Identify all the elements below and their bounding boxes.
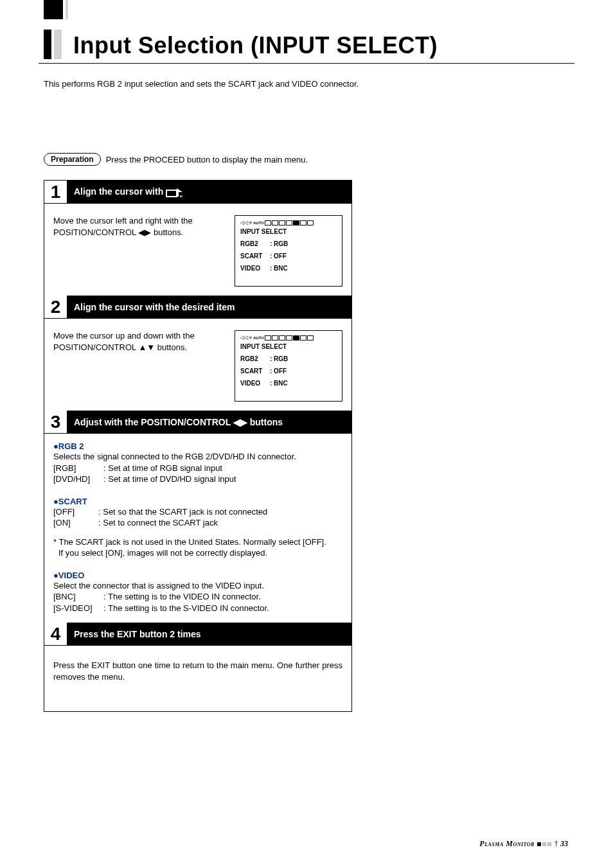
footer-product: Plasma Monitor: [479, 839, 535, 848]
step-4-number: 4: [51, 624, 61, 644]
scart-opt2-val: : Set to connect the SCART jack: [98, 517, 218, 529]
osd-panel-2: ◁◁✳AUTO INPUT SELECT RGB2: RGB SCART: OF…: [235, 330, 342, 402]
page-number: 33: [560, 839, 568, 848]
rgb2-opt1-val: : Set at time of RGB signal input: [103, 463, 222, 474]
scart-note-2: If you select [ON], images will not be c…: [53, 547, 342, 559]
step-2-number: 2: [51, 297, 61, 317]
scart-opt1-val: : Set so that the SCART jack is not conn…: [98, 506, 267, 518]
footer-tick-icon: [542, 842, 546, 846]
step-4-body: Press the EXIT button one time to return…: [53, 660, 342, 682]
scart-note-1: * The SCART jack is not used in the Unit…: [53, 536, 342, 548]
preparation-chip: Preparation: [44, 153, 101, 166]
step-3-number: 3: [51, 412, 61, 432]
input-select-icon: BNC: [166, 188, 182, 198]
intro-text: This performs RGB 2 input selection and …: [44, 79, 569, 89]
video-opt1-key: [BNC]: [53, 591, 103, 603]
step-2-header: 2 Align the cursor with the desired item: [44, 296, 351, 319]
osd-title: INPUT SELECT: [240, 228, 337, 235]
osd-panel-1: ◁◁✳AUTO INPUT SELECT RGB2: RGB SCART: OF…: [235, 215, 342, 287]
footer-tick-icon: [547, 842, 551, 846]
scart-opt2-key: [ON]: [53, 517, 98, 529]
scart-heading: ●SCART: [53, 497, 342, 506]
svg-text:BNC: BNC: [180, 195, 182, 198]
scart-opt1-key: [OFF]: [53, 506, 98, 518]
osd-row-scart: SCART: OFF: [240, 368, 337, 375]
video-opt2-key: [S-VIDEO]: [53, 603, 103, 614]
video-opt2-val: : The setting is to the S-VIDEO IN conne…: [103, 603, 269, 614]
rgb2-heading: ●RGB 2: [53, 441, 342, 451]
step-4-header: 4 Press the EXIT button 2 times: [44, 623, 351, 646]
osd-row-video: VIDEO: BNC: [240, 265, 337, 272]
step-1-body: Move the cursor left and right with the …: [53, 215, 223, 287]
title-rule: [39, 63, 574, 64]
svg-marker-1: [177, 188, 182, 192]
rgb2-desc: Selects the signal connected to the RGB …: [53, 451, 342, 463]
osd-row-scart: SCART: OFF: [240, 252, 337, 260]
video-opt1-val: : The setting is to the VIDEO IN connect…: [103, 591, 261, 603]
title-row: Input Selection (INPUT SELECT): [44, 30, 569, 59]
rgb2-opt2-val: : Set at time of DVD/HD signal input: [103, 474, 236, 485]
step-1-number: 1: [51, 182, 61, 202]
step-2-body: Move the cursor up and down with the POS…: [53, 330, 223, 402]
header-tab: [44, 0, 63, 19]
osd-title: INPUT SELECT: [240, 343, 337, 350]
osd-row-video: VIDEO: BNC: [240, 380, 337, 387]
step-4-title: Press the EXIT button 2 times: [67, 625, 351, 643]
osd-row-rgb2: RGB2: RGB: [240, 240, 337, 247]
video-desc: Select the connector that is assigned to…: [53, 580, 342, 592]
dagger-icon: †: [555, 839, 558, 848]
rgb2-opt2-key: [DVD/HD]: [53, 474, 103, 485]
svg-rect-0: [166, 190, 177, 197]
title-bar-grey: [54, 30, 62, 59]
page-title: Input Selection (INPUT SELECT): [73, 32, 438, 59]
title-bar-black: [44, 30, 51, 59]
preparation-text: Press the PROCEED button to display the …: [106, 155, 308, 164]
step-2-title: Align the cursor with the desired item: [67, 298, 351, 316]
step-3-title: Adjust with the POSITION/CONTROL ◀▶ butt…: [67, 413, 351, 431]
svg-rect-2: [177, 192, 179, 197]
osd-icon-row: ◁◁✳AUTO: [240, 335, 337, 341]
osd-row-rgb2: RGB2: RGB: [240, 355, 337, 362]
osd-icon-row: ◁◁✳AUTO: [240, 220, 337, 226]
step-1-header: 1 Align the cursor with BNC: [44, 181, 351, 204]
footer-tick-icon: [537, 842, 541, 846]
steps-box: 1 Align the cursor with BNC Move the cur…: [44, 180, 352, 712]
page-footer: Plasma Monitor † 33: [479, 839, 568, 849]
step-3-header: 3 Adjust with the POSITION/CONTROL ◀▶ bu…: [44, 411, 351, 434]
rgb2-opt1-key: [RGB]: [53, 463, 103, 474]
step-1-title: Align the cursor with BNC: [67, 182, 351, 201]
step-1-title-text: Align the cursor with: [74, 186, 166, 197]
video-heading: ●VIDEO: [53, 571, 342, 580]
